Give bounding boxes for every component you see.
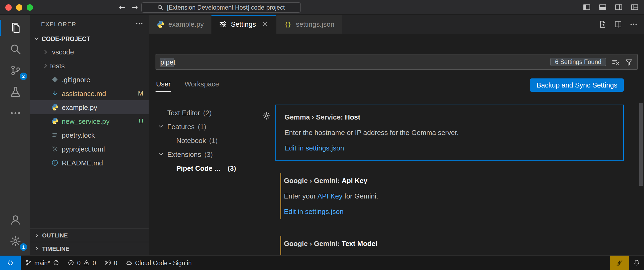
ellipsis-icon (630, 20, 638, 28)
toml-gear-icon (50, 145, 59, 153)
toggle-panel[interactable] (599, 3, 607, 11)
close-icon[interactable] (262, 21, 269, 28)
tree-item-README.md[interactable]: README.md (30, 156, 149, 170)
setting-category: Google › Gemini: (284, 177, 340, 185)
tree-item-assistance.md[interactable]: assistance.mdM (30, 86, 149, 100)
status-problems[interactable]: 00 (64, 256, 100, 270)
status-ports[interactable]: 0 (100, 256, 121, 270)
tree-item-new_service.py[interactable]: new_service.pyU (30, 114, 149, 128)
editor-scrollbar[interactable] (639, 103, 643, 186)
tree-root-code-project[interactable]: CODE-PROJECT (30, 33, 149, 45)
scope-tab-workspace[interactable]: Workspace (184, 78, 220, 92)
git-status-badge: M (138, 90, 143, 97)
setting-item-host[interactable]: Gemma › Service: HostEnter the hostname … (275, 105, 624, 161)
setting-category: Google › Gemini: (284, 240, 340, 248)
zoom-button[interactable] (27, 4, 33, 11)
tab-Settings[interactable]: Settings (212, 15, 277, 34)
tree-item-poetry.lock[interactable]: poetry.lock (30, 128, 149, 142)
tab-settings.json[interactable]: {}settings.json (277, 15, 343, 34)
toc-item-pipet-code-...[interactable]: Pipet Code ...(3) (156, 161, 275, 175)
setting-gear-icon[interactable] (262, 112, 271, 120)
activity-search[interactable] (0, 38, 30, 60)
status-notifications[interactable] (629, 256, 644, 270)
tree-item-.vscode[interactable]: .vscode (30, 45, 149, 59)
search-toolbar (612, 58, 633, 66)
split-editor-button[interactable] (614, 20, 622, 28)
activity-more-views[interactable] (0, 102, 30, 124)
explorer-sidebar: EXPLORER CODE-PROJECT.vscodetests.gitign… (30, 15, 149, 255)
scope-tab-user[interactable]: User (156, 78, 171, 92)
description-text: Enter the hostname or IP address for the… (284, 129, 459, 137)
edit-in-settings-json-link[interactable]: Edit in settings.json (284, 208, 344, 216)
sidebar-more-actions-icon[interactable] (135, 20, 143, 28)
customize-layout[interactable] (631, 3, 639, 11)
close-button[interactable] (5, 4, 12, 11)
description-text: for Gemini. (343, 192, 378, 200)
flask-icon (9, 86, 21, 98)
sidebar-section-timeline[interactable]: TIMELINE (30, 242, 149, 255)
status-cloud-code-sign-in[interactable]: Cloud Code - Sign in (121, 256, 196, 270)
toc-count: (1) (198, 122, 206, 130)
window-controls (5, 4, 33, 11)
radio-tower-icon (104, 260, 111, 266)
settings-search-input[interactable]: pipet 6 Settings Found (156, 54, 638, 70)
more-actions-button[interactable] (630, 20, 638, 28)
python-icon (50, 104, 59, 111)
activity-settings[interactable]: 1 (0, 231, 30, 252)
activity-explorer[interactable] (0, 17, 30, 38)
sidebar-section-outline[interactable]: OUTLINE (30, 228, 149, 242)
history-nav (118, 0, 138, 14)
toc-item-features[interactable]: Features(1) (156, 120, 275, 133)
toc-count: (3) (228, 164, 236, 172)
status-extension-host-profile[interactable] (610, 256, 629, 270)
setting-title: Google › Gemini: Api Key (284, 176, 615, 186)
setting-description: Enter your API Key for Gemini. (284, 191, 615, 201)
toc-label: Pipet Code ... (176, 164, 220, 172)
status-git-branch[interactable]: main* (21, 256, 64, 270)
toc-item-notebook[interactable]: Notebook(1) (156, 133, 275, 147)
setting-item-api-key[interactable]: Google › Gemini: Api KeyEnter your API K… (275, 169, 624, 224)
error-icon (68, 260, 75, 266)
toc-item-extensions[interactable]: Extensions(3) (156, 147, 275, 161)
settings-toc: Text Editor(2)Features(1)Notebook(1)Exte… (156, 105, 275, 255)
api-key-link[interactable]: API Key (317, 192, 343, 200)
ellipsis-icon (9, 107, 21, 119)
status-bar: main*000Cloud Code - Sign in (0, 255, 644, 270)
open-settings-json-button[interactable] (599, 20, 607, 28)
tree-item-.gitignore[interactable]: .gitignore (30, 73, 149, 86)
tree-item-pyproject.toml[interactable]: pyproject.toml (30, 142, 149, 156)
tree-item-tests[interactable]: tests (30, 59, 149, 73)
forward-arrow-icon[interactable] (131, 3, 138, 11)
setting-name: Host (345, 113, 360, 121)
settings-list: Gemma › Service: HostEnter the hostname … (275, 105, 638, 255)
settings-count-badge: 6 Settings Found (550, 58, 606, 66)
cloud-icon (126, 260, 132, 266)
git-branch-icon (25, 260, 32, 266)
tab-example.py[interactable]: example.py (149, 15, 212, 34)
status-text: Cloud Code - Sign in (135, 260, 191, 266)
account-icon (9, 214, 21, 226)
status-remote-indicator[interactable] (0, 256, 21, 270)
tree-item-example.py[interactable]: example.py (30, 100, 149, 114)
toggle-primary-sidebar[interactable] (583, 3, 591, 11)
toc-item-text-editor[interactable]: Text Editor(2) (156, 106, 275, 120)
backup-sync-button[interactable]: Backup and Sync Settings (530, 78, 624, 92)
activity-source-control[interactable]: 2 (0, 60, 30, 81)
split-editor-icon (614, 20, 622, 28)
setting-item-text-model[interactable]: Google › Gemini: Text Model (275, 232, 624, 255)
minimize-button[interactable] (16, 4, 22, 11)
toggle-secondary-sidebar[interactable] (615, 3, 623, 11)
settings-sliders-icon (219, 20, 227, 28)
titlebar: [Extension Development Host] code-projec… (0, 0, 644, 15)
edit-in-settings-json-link[interactable]: Edit in settings.json (284, 144, 344, 152)
activity-accounts[interactable] (0, 209, 30, 231)
activity-testing[interactable] (0, 81, 30, 102)
command-center[interactable]: [Extension Development Host] code-projec… (141, 2, 301, 13)
back-arrow-icon[interactable] (118, 3, 126, 11)
sync-icon (53, 260, 59, 266)
toc-count: (3) (204, 150, 213, 158)
settings-search-value: pipet (160, 58, 175, 66)
editor-group: example.pySettings{}settings.json pipet … (149, 15, 644, 255)
filter-icon[interactable] (625, 58, 633, 66)
clear-filter-icon[interactable] (612, 58, 619, 66)
